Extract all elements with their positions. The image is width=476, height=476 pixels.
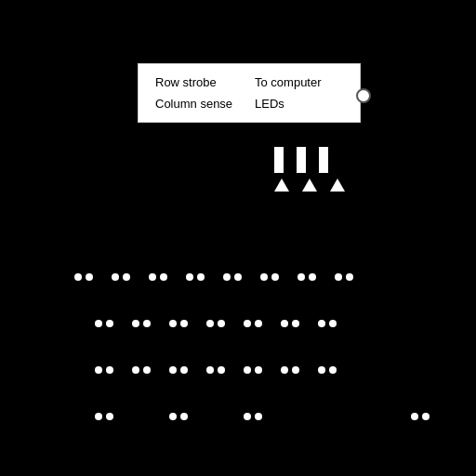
dot	[218, 320, 225, 327]
dot	[86, 273, 93, 281]
dot	[318, 320, 325, 327]
dot	[106, 413, 113, 420]
dot	[281, 320, 288, 327]
dot	[244, 413, 251, 420]
dot	[180, 413, 188, 420]
dot	[292, 320, 299, 327]
dot	[318, 366, 325, 374]
dot	[169, 366, 177, 374]
dot	[255, 366, 262, 374]
dot	[309, 273, 316, 281]
to-computer-label: To computer	[249, 72, 349, 93]
leds-label: LEDs	[249, 93, 349, 114]
dot	[411, 413, 418, 420]
dot	[123, 273, 130, 281]
dot	[298, 273, 305, 281]
led-pins	[274, 147, 328, 173]
dot	[223, 273, 231, 281]
pin-3	[319, 147, 328, 173]
dot	[149, 273, 156, 281]
dot	[95, 413, 102, 420]
dot	[132, 366, 139, 374]
arrow-3	[330, 178, 345, 192]
dot	[346, 273, 353, 281]
pin-1	[274, 147, 284, 173]
dot	[95, 320, 102, 327]
dot	[281, 366, 288, 374]
dot	[255, 413, 262, 420]
dot	[329, 366, 337, 374]
dot	[169, 320, 177, 327]
dot	[335, 273, 342, 281]
dot	[197, 273, 205, 281]
dot	[143, 366, 151, 374]
arrow-1	[274, 178, 289, 192]
dot	[271, 273, 279, 281]
info-box: Row strobe To computer Column sense LEDs	[138, 63, 361, 123]
dot	[106, 320, 113, 327]
column-sense-label: Column sense	[150, 93, 249, 114]
dot	[95, 366, 102, 374]
dot	[112, 273, 119, 281]
dot	[234, 273, 242, 281]
dot	[244, 366, 251, 374]
dot	[218, 366, 225, 374]
dot	[292, 366, 299, 374]
dot	[160, 273, 167, 281]
pin-2	[297, 147, 306, 173]
arrow-2	[302, 178, 317, 192]
dot	[74, 273, 82, 281]
row-strobe-label: Row strobe	[150, 72, 249, 93]
dot	[169, 413, 177, 420]
connector-circle	[356, 88, 371, 103]
dot	[244, 320, 251, 327]
dot	[180, 320, 188, 327]
dot	[132, 320, 139, 327]
dot	[206, 320, 214, 327]
dot	[260, 273, 268, 281]
dot	[180, 366, 188, 374]
dot	[206, 366, 214, 374]
dot	[186, 273, 193, 281]
dot	[106, 366, 113, 374]
dot	[329, 320, 337, 327]
led-arrows	[274, 178, 345, 192]
dot	[143, 320, 151, 327]
dot	[255, 320, 262, 327]
dot	[422, 413, 430, 420]
